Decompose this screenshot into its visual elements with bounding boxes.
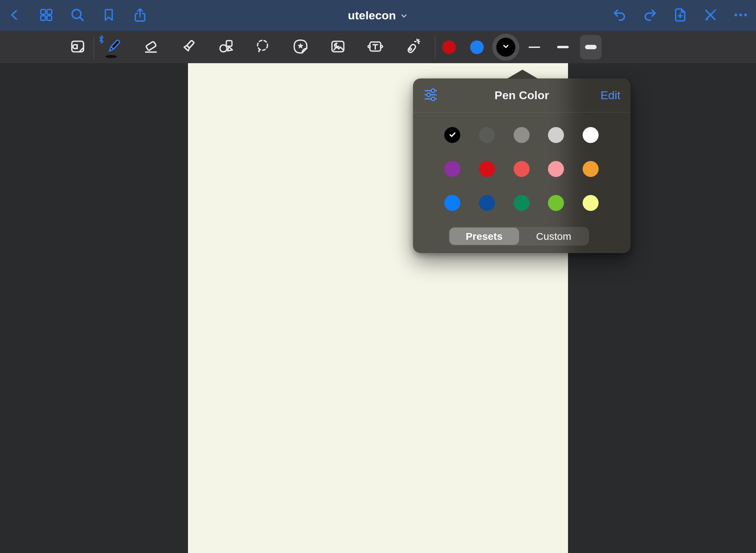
swatch-dark-gray[interactable]: [479, 127, 495, 143]
highlighter-icon: [180, 38, 197, 56]
app-screen: utelecon: [0, 0, 756, 553]
check-icon: [447, 129, 458, 141]
swatch-row-2: [444, 161, 599, 177]
swatch-light-green[interactable]: [548, 195, 564, 211]
title-chevron-down-icon: [400, 12, 408, 21]
swatch-row-1: [444, 127, 599, 143]
bookmark-button[interactable]: [101, 8, 117, 23]
pen-settings-button[interactable]: [423, 87, 438, 104]
swatch-white[interactable]: [583, 127, 599, 143]
ellipsis-icon: [733, 7, 749, 24]
text-icon: [367, 38, 384, 56]
toolbar-divider-2: [435, 35, 435, 59]
lasso-tool-button[interactable]: [255, 39, 272, 56]
lasso-icon: [255, 38, 272, 56]
quick-color-blue[interactable]: [470, 40, 484, 54]
chevron-down-icon: [501, 42, 510, 52]
swatch-row-3: [444, 195, 599, 211]
tools-toolbar: [0, 31, 756, 63]
quick-color-black-selected[interactable]: [492, 34, 519, 61]
swatch-orange[interactable]: [583, 161, 599, 177]
back-button[interactable]: [7, 8, 23, 23]
document-title: utelecon: [348, 9, 396, 22]
laser-pointer-tool-button[interactable]: [404, 39, 421, 56]
document-title-control[interactable]: utelecon: [348, 0, 408, 31]
swatch-black-selected[interactable]: [444, 127, 460, 143]
undo-button[interactable]: [612, 8, 628, 23]
stroke-width-thick-button-selected[interactable]: [580, 35, 602, 59]
redo-icon: [642, 7, 658, 24]
bookmark-icon: [101, 7, 116, 24]
tab-presets[interactable]: Presets: [449, 228, 519, 245]
sticker-star-icon: [292, 38, 309, 56]
image-tool-button[interactable]: [329, 39, 346, 56]
sliders-icon: [423, 87, 438, 104]
pen-color-popover: Pen Color Edit: [413, 78, 631, 253]
tab-custom[interactable]: Custom: [519, 228, 589, 245]
swatch-yellow[interactable]: [583, 195, 599, 211]
more-button[interactable]: [733, 8, 749, 23]
highlighter-tool-button[interactable]: [180, 39, 197, 56]
medium-stroke-bar: [557, 46, 569, 48]
redo-button[interactable]: [642, 8, 658, 23]
shapes-icon: [217, 38, 234, 56]
laser-pointer-icon: [404, 38, 421, 56]
stickers-tool-button[interactable]: [292, 39, 309, 56]
swatch-green[interactable]: [514, 195, 530, 211]
image-icon: [329, 38, 346, 56]
topbar-right-group: [612, 8, 756, 23]
popover-header: Pen Color Edit: [413, 78, 631, 112]
stylus-cross-icon: [703, 7, 718, 24]
quick-color-red[interactable]: [442, 40, 456, 54]
swatch-red[interactable]: [479, 161, 495, 177]
eraser-icon: [142, 38, 159, 56]
presets-custom-segmented-control: Presets Custom: [449, 227, 589, 246]
back-chevron-icon: [8, 8, 22, 23]
grid-icon: [39, 7, 54, 24]
stylus-disable-button[interactable]: [703, 8, 718, 23]
undo-icon: [612, 7, 628, 24]
topbar-left-group: [0, 8, 148, 23]
eraser-tool-button[interactable]: [142, 39, 159, 56]
text-tool-button[interactable]: [367, 39, 384, 56]
search-button[interactable]: [70, 8, 85, 23]
swatch-light-gray[interactable]: [548, 127, 564, 143]
color-swatch-grid: [413, 112, 631, 211]
page-view-mode-button[interactable]: [69, 39, 86, 56]
thick-stroke-bar: [585, 45, 597, 49]
swatch-purple[interactable]: [444, 161, 460, 177]
stroke-width-medium-button[interactable]: [555, 35, 570, 59]
swatch-navy[interactable]: [479, 195, 495, 211]
quick-color-group: [442, 34, 602, 61]
share-button[interactable]: [132, 8, 148, 23]
stroke-width-thin-button[interactable]: [527, 35, 542, 59]
swatch-gray[interactable]: [514, 127, 530, 143]
toolbar-divider: [93, 35, 94, 59]
shapes-tool-button[interactable]: [217, 39, 234, 56]
pages-overview-button[interactable]: [38, 8, 54, 23]
page-view-mode-icon: [69, 38, 86, 56]
add-page-icon: [672, 7, 688, 24]
pen-tool-button[interactable]: [105, 39, 122, 56]
search-icon: [70, 7, 85, 24]
swatch-pink[interactable]: [548, 161, 564, 177]
add-page-button[interactable]: [672, 8, 688, 23]
tool-group: [105, 39, 421, 56]
bluetooth-icon: [98, 35, 105, 46]
edit-colors-button[interactable]: Edit: [600, 89, 620, 102]
pen-icon: [105, 38, 122, 57]
pen-shadow: [105, 55, 117, 58]
popover-title: Pen Color: [495, 89, 549, 102]
top-navigation-bar: utelecon: [0, 0, 756, 31]
thin-stroke-bar: [529, 47, 540, 48]
selected-color-circle: [496, 38, 515, 57]
swatch-blue[interactable]: [444, 195, 460, 211]
share-icon: [132, 7, 148, 24]
swatch-coral[interactable]: [514, 161, 530, 177]
